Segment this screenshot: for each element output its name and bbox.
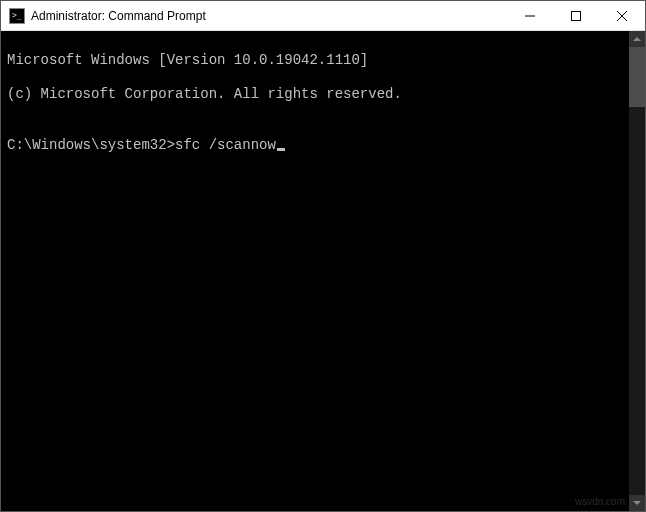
svg-rect-4 [572, 11, 581, 20]
console-prompt-line[interactable]: C:\Windows\system32>sfc /scannow [7, 137, 623, 154]
vertical-scrollbar[interactable] [629, 31, 645, 511]
cmd-icon: >_ [9, 8, 25, 24]
svg-text:>_: >_ [12, 11, 22, 20]
minimize-icon [525, 11, 535, 21]
minimize-button[interactable] [507, 1, 553, 30]
chevron-up-icon [633, 37, 641, 41]
console-prompt: C:\Windows\system32> [7, 137, 175, 153]
maximize-button[interactable] [553, 1, 599, 30]
window-controls [507, 1, 645, 30]
console-area[interactable]: Microsoft Windows [Version 10.0.19042.11… [1, 31, 645, 511]
maximize-icon [571, 11, 581, 21]
command-prompt-window: >_ Administrator: Command Prompt [0, 0, 646, 512]
console-header-line-2: (c) Microsoft Corporation. All rights re… [7, 86, 623, 103]
scroll-down-button[interactable] [629, 495, 645, 511]
window-title: Administrator: Command Prompt [31, 9, 507, 23]
titlebar[interactable]: >_ Administrator: Command Prompt [1, 1, 645, 31]
scroll-thumb[interactable] [629, 47, 645, 107]
close-button[interactable] [599, 1, 645, 30]
scroll-up-button[interactable] [629, 31, 645, 47]
console-header-line-1: Microsoft Windows [Version 10.0.19042.11… [7, 52, 623, 69]
console-output[interactable]: Microsoft Windows [Version 10.0.19042.11… [1, 31, 629, 511]
console-command: sfc /scannow [175, 137, 276, 153]
chevron-down-icon [633, 501, 641, 505]
close-icon [617, 11, 627, 21]
text-cursor [277, 148, 285, 151]
